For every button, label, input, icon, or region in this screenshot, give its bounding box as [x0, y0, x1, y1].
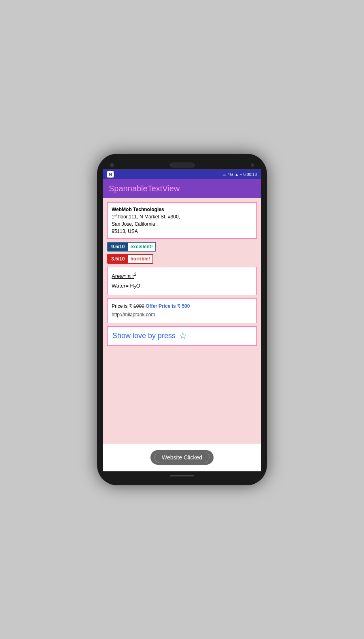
horrible-badge: 3.5/10 horrible!: [107, 254, 153, 264]
status-left: N: [107, 171, 114, 178]
phone-device: N ▭ 4G ▲ ▪ 6:00:18 SpannableTextView Web…: [97, 154, 267, 485]
love-card[interactable]: Show love by press ☆: [107, 326, 257, 346]
link-line[interactable]: http://milaptank.com: [112, 311, 252, 320]
phone-bottom-bar: [170, 475, 194, 476]
signal-bars-icon: ▲: [235, 172, 239, 177]
offer-price: Offer Price is ₹ 500: [146, 303, 190, 309]
app-title: SpannableTextView: [109, 184, 255, 193]
excellent-label: excellent!: [128, 243, 155, 251]
website-clicked-button[interactable]: Website Clicked: [150, 450, 214, 465]
horrible-score: 3.5/10: [108, 255, 128, 263]
price-line: Price is ₹ 1000 Offer Price is ₹ 500: [112, 302, 252, 311]
water-formula: Water= H2O: [112, 281, 252, 292]
bottom-area: Website Clicked: [103, 444, 261, 471]
phone-icon: ▭: [222, 172, 226, 177]
address-line1-post: floor,111, N Market St. #300,: [117, 214, 180, 220]
phone-top-bar: [103, 161, 261, 169]
area-formula: Area= π r2: [112, 271, 252, 281]
address-line3: 95113, USA: [112, 228, 252, 235]
battery-icon: ▪: [240, 172, 242, 177]
formula-card: Area= π r2 Water= H2O: [107, 267, 257, 295]
main-content: WebMob Technologies 1st floor,111, N Mar…: [103, 198, 261, 444]
ratings-section: 9.5/10 excellent! 3.5/10 horrible!: [107, 242, 257, 264]
address-line1-pre: 1: [112, 214, 114, 220]
company-name: WebMob Technologies: [112, 206, 252, 213]
sensor-dot: [251, 163, 254, 167]
signal-label: 4G: [228, 172, 233, 177]
water-formula-post: O: [136, 283, 140, 289]
front-camera-icon: [110, 163, 114, 167]
excellent-badge: 9.5/10 excellent!: [107, 242, 156, 252]
price-label: Price is ₹: [112, 303, 132, 309]
excellent-score: 9.5/10: [108, 243, 128, 251]
water-formula-pre: Water= H: [112, 283, 134, 289]
app-bar: SpannableTextView: [103, 179, 261, 198]
n-logo-icon: N: [107, 171, 114, 178]
website-link[interactable]: http://milaptank.com: [112, 312, 155, 317]
horrible-label: horrible!: [128, 255, 152, 263]
area-superscript: 2: [134, 272, 137, 277]
status-right: ▭ 4G ▲ ▪ 6:00:18: [222, 172, 257, 177]
phone-screen: N ▭ 4G ▲ ▪ 6:00:18 SpannableTextView Web…: [103, 169, 261, 472]
address-line1: 1st floor,111, N Market St. #300,: [112, 213, 252, 220]
area-formula-text: Area= π r: [112, 273, 134, 279]
time-display: 6:00:18: [243, 172, 257, 177]
status-bar: N ▭ 4G ▲ ▪ 6:00:18: [103, 169, 261, 179]
love-text: Show love by press: [112, 332, 176, 340]
speaker-grille: [170, 163, 195, 167]
price-card: Price is ₹ 1000 Offer Price is ₹ 500 htt…: [107, 298, 257, 323]
original-price: 1000: [133, 303, 144, 309]
address-card: WebMob Technologies 1st floor,111, N Mar…: [107, 202, 257, 239]
address-line2: San Jose, California ,: [112, 220, 252, 228]
star-icon[interactable]: ☆: [179, 331, 187, 341]
